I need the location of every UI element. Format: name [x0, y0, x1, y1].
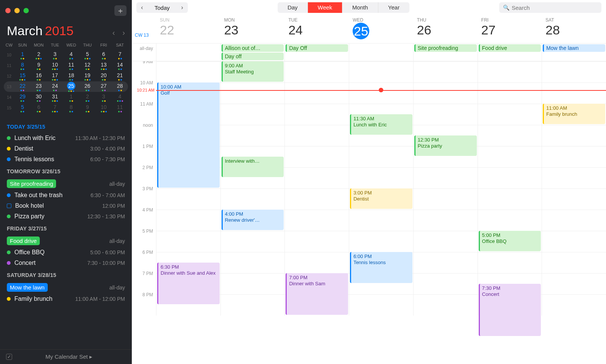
- allday-cell[interactable]: Allison out of…Day off: [220, 44, 285, 61]
- view-week[interactable]: Week: [308, 2, 342, 13]
- day-column[interactable]: 11:00 AMFamily brunch: [542, 61, 606, 316]
- allday-cell[interactable]: Mow the lawn: [542, 44, 606, 61]
- mini-day[interactable]: 29: [14, 93, 31, 102]
- agenda-item[interactable]: Lunch with Eric11:30 AM - 12:30 PM: [7, 133, 125, 143]
- allday-event[interactable]: Day off: [222, 53, 284, 60]
- agenda-item[interactable]: Tennis lessons6:00 - 7:30 PM: [7, 154, 125, 165]
- day-column[interactable]: 12:30 PMPizza party: [413, 61, 478, 316]
- day-column[interactable]: 11:30 AMLunch with Eric3:00 PMDentist6:0…: [349, 61, 413, 316]
- mini-day[interactable]: 3: [47, 51, 63, 59]
- agenda-item[interactable]: Family brunch11:00 AM - 12:00 PM: [7, 294, 125, 304]
- mini-day[interactable]: 3: [95, 93, 112, 102]
- view-day[interactable]: Day: [278, 2, 308, 13]
- allday-event[interactable]: Site proofreading: [414, 44, 477, 52]
- maximize-window-icon[interactable]: [23, 8, 29, 13]
- mini-day[interactable]: 21: [112, 72, 128, 81]
- mini-day[interactable]: 30: [31, 93, 47, 102]
- calendar-event[interactable]: 12:30 PMPizza party: [414, 135, 477, 156]
- agenda-item[interactable]: Mow the lawnall-day: [7, 281, 125, 294]
- day-header[interactable]: TUE24: [284, 17, 349, 39]
- mini-day[interactable]: 4: [112, 93, 128, 102]
- mini-day[interactable]: 20: [95, 72, 112, 81]
- mini-day[interactable]: 24: [47, 82, 63, 91]
- day-header[interactable]: FRI27: [478, 17, 542, 39]
- calendar-event[interactable]: 6:30 PMDinner with Sue and Alex: [157, 263, 220, 304]
- day-column[interactable]: 7:00 PMDinner with Sam: [284, 61, 349, 316]
- calendar-event[interactable]: 7:00 PMDinner with Sam: [286, 273, 348, 315]
- mini-day[interactable]: 26: [79, 82, 95, 91]
- calendar-event[interactable]: 6:00 PMTennis lessons: [350, 252, 412, 283]
- mini-day[interactable]: 5: [79, 51, 95, 59]
- agenda-item[interactable]: Dentist3:00 - 4:00 PM: [7, 143, 125, 154]
- agenda-item[interactable]: Office BBQ5:00 - 6:00 PM: [7, 247, 125, 258]
- allday-event[interactable]: Allison out of…: [222, 44, 284, 52]
- mini-day[interactable]: 25: [63, 82, 80, 92]
- mini-day[interactable]: 4: [63, 51, 80, 59]
- mini-day[interactable]: 7: [112, 51, 128, 59]
- calendar-event[interactable]: 3:00 PMDentist: [350, 188, 412, 209]
- mini-day[interactable]: 8: [63, 104, 80, 112]
- search-input[interactable]: [512, 5, 598, 11]
- allday-cell[interactable]: Day Off: [284, 44, 349, 61]
- mini-day[interactable]: 13: [95, 61, 112, 70]
- calendar-event[interactable]: 11:30 AMLunch with Eric: [350, 114, 412, 135]
- mini-day[interactable]: 6: [31, 104, 47, 112]
- mini-day[interactable]: 9: [79, 104, 95, 112]
- minimize-window-icon[interactable]: [14, 8, 20, 13]
- mini-day[interactable]: 7: [47, 104, 63, 112]
- reminder-checkbox[interactable]: [7, 204, 11, 208]
- calendar-event[interactable]: Interview with…: [222, 157, 284, 177]
- mini-day[interactable]: 10: [47, 61, 63, 70]
- agenda-item[interactable]: Concert7:30 - 10:00 PM: [7, 258, 125, 268]
- mini-day[interactable]: 2: [79, 93, 95, 102]
- day-header[interactable]: MON23: [220, 17, 285, 39]
- calendar-event[interactable]: 4:00 PMRenew driver'…: [222, 210, 284, 230]
- mini-day[interactable]: 12: [79, 61, 95, 70]
- mini-day[interactable]: 2: [31, 51, 47, 59]
- mini-day[interactable]: 31: [47, 93, 63, 102]
- today-button[interactable]: Today: [148, 5, 176, 11]
- allday-event[interactable]: Day Off: [286, 44, 348, 52]
- calendar-event[interactable]: 11:00 AMFamily brunch: [543, 104, 605, 124]
- allday-cell[interactable]: [156, 44, 220, 61]
- next-week-button[interactable]: ›: [176, 4, 188, 11]
- allday-event[interactable]: Food drive: [479, 44, 541, 52]
- agenda-list[interactable]: TODAY 3/25/15Lunch with Eric11:30 AM - 1…: [0, 115, 132, 349]
- prev-week-button[interactable]: ‹: [136, 4, 148, 11]
- calendar-set-picker[interactable]: My Calendar Set ▸: [45, 353, 92, 360]
- calendar-event[interactable]: 5:00 PMOffice BBQ: [479, 231, 541, 251]
- allday-event[interactable]: Mow the lawn: [543, 44, 605, 52]
- mini-day[interactable]: 15: [14, 72, 31, 81]
- allday-cell[interactable]: [349, 44, 413, 61]
- day-header[interactable]: WED25: [349, 17, 413, 39]
- day-column[interactable]: 5:00 PMOffice BBQ7:30 PMConcert: [478, 61, 542, 316]
- allday-cell[interactable]: Site proofreading: [413, 44, 478, 61]
- day-header[interactable]: SUN22: [156, 17, 220, 39]
- mini-day[interactable]: 1: [14, 51, 31, 59]
- next-month-button[interactable]: ›: [122, 28, 125, 37]
- day-header[interactable]: THU26: [413, 17, 478, 39]
- mini-day[interactable]: 10: [95, 104, 112, 112]
- agenda-item[interactable]: Book hotel12:00 PM: [7, 201, 125, 211]
- mini-day[interactable]: 16: [31, 72, 47, 81]
- calendar-event[interactable]: 9:00 AMStaff Meeting: [222, 61, 284, 82]
- agenda-item[interactable]: Food driveall-day: [7, 235, 125, 247]
- agenda-item[interactable]: Site proofreadingall-day: [7, 177, 125, 190]
- calendar-event[interactable]: 7:30 PMConcert: [479, 284, 541, 336]
- view-month[interactable]: Month: [342, 2, 378, 13]
- mini-day[interactable]: 22: [14, 82, 31, 91]
- search-box[interactable]: 🔍: [499, 2, 601, 13]
- mini-day[interactable]: 19: [79, 72, 95, 81]
- day-column[interactable]: 10:00 AMGolf6:30 PMDinner with Sue and A…: [156, 61, 220, 316]
- view-year[interactable]: Year: [378, 2, 409, 13]
- allday-cell[interactable]: Food drive: [478, 44, 542, 61]
- close-window-icon[interactable]: [5, 8, 11, 13]
- mini-day[interactable]: 23: [31, 82, 47, 91]
- mini-day[interactable]: 6: [95, 51, 112, 59]
- day-header[interactable]: SAT28: [542, 17, 606, 39]
- day-column[interactable]: 9:00 AMStaff MeetingInterview with…4:00 …: [220, 61, 285, 316]
- mini-day[interactable]: 5: [14, 104, 31, 112]
- mini-day[interactable]: 28: [112, 82, 128, 91]
- mini-day[interactable]: 17: [47, 72, 63, 81]
- mini-day[interactable]: 27: [95, 82, 112, 91]
